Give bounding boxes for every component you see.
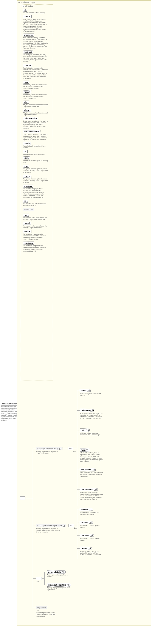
type-label: FlexAuthorPropType bbox=[18, 1, 35, 2]
type-frame bbox=[17, 0, 151, 2]
